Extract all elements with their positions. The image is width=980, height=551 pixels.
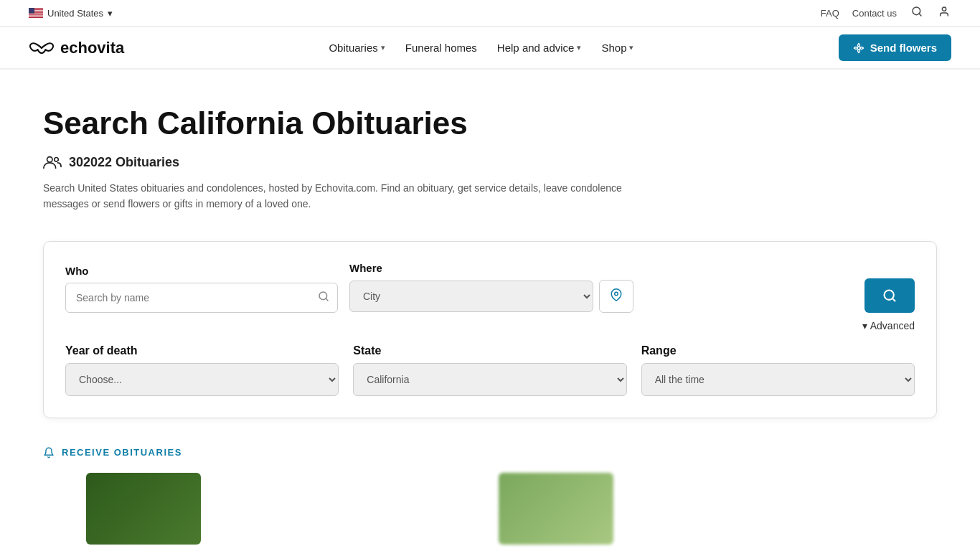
location-button[interactable] — [599, 280, 633, 313]
svg-rect-12 — [29, 17, 43, 18]
svg-rect-8 — [29, 14, 43, 15]
bell-icon — [43, 447, 55, 458]
svg-rect-9 — [29, 15, 43, 16]
svg-rect-10 — [29, 16, 43, 17]
year-select[interactable]: Choose... 20242023202220212020 201920182… — [65, 363, 339, 396]
hero-description: Search United States obituaries and cond… — [43, 180, 660, 212]
top-bar: United States ▾ FAQ Contact us — [0, 0, 980, 27]
count-label: 302022 Obituaries — [69, 155, 179, 170]
us-flag-icon — [29, 8, 43, 18]
svg-point-18 — [47, 157, 52, 162]
location-icon — [610, 288, 623, 301]
state-label: State — [353, 344, 626, 357]
card-2 — [499, 473, 894, 545]
range-label: Range — [641, 344, 915, 357]
card-2-image — [499, 473, 613, 545]
svg-rect-13 — [29, 8, 34, 14]
country-chevron: ▾ — [108, 8, 113, 19]
advanced-chevron: ▾ — [862, 320, 867, 331]
nav-funeral-homes-label: Funeral homes — [405, 42, 477, 54]
page-title: Search California Obituaries — [43, 105, 937, 141]
nav-shop[interactable]: Shop ▾ — [601, 42, 633, 54]
search-button-icon — [882, 288, 897, 303]
faq-link[interactable]: FAQ — [821, 8, 839, 19]
card-1-image — [86, 473, 201, 545]
user-icon — [938, 6, 950, 17]
send-flowers-button[interactable]: Send flowers — [839, 34, 951, 61]
send-flowers-label: Send flowers — [870, 42, 937, 54]
search-name-input[interactable] — [65, 283, 338, 313]
obituary-count: 302022 Obituaries — [43, 154, 937, 170]
main-nav: Obituaries ▾ Funeral homes Help and advi… — [329, 42, 633, 54]
svg-line-15 — [919, 14, 921, 16]
contact-link[interactable]: Contact us — [852, 8, 897, 19]
main-header: echovita Obituaries ▾ Funeral homes Help… — [0, 27, 980, 69]
nav-obituaries-label: Obituaries — [329, 42, 377, 54]
receive-label: RECEIVE OBITUARIES — [62, 447, 182, 458]
advanced-fields: Year of death Choose... 2024202320222021… — [65, 344, 915, 396]
search-box: Who Where City — [43, 241, 937, 418]
svg-point-16 — [942, 7, 946, 11]
city-select-wrap: City — [349, 280, 853, 313]
range-select[interactable]: All the time Last 30 days Last 6 months … — [641, 363, 915, 396]
nav-help[interactable]: Help and advice ▾ — [497, 42, 582, 54]
who-group: Who — [65, 265, 338, 313]
svg-rect-7 — [29, 14, 43, 14]
svg-point-19 — [55, 158, 59, 162]
card-1 — [86, 473, 481, 545]
country-selector[interactable]: United States ▾ — [29, 8, 113, 19]
logo-icon — [29, 39, 55, 57]
country-label: United States — [47, 8, 103, 19]
search-icon-button[interactable] — [910, 4, 924, 22]
svg-line-24 — [892, 298, 895, 301]
search-icon — [911, 6, 923, 17]
nav-funeral-homes[interactable]: Funeral homes — [405, 42, 477, 54]
where-group: Where City — [349, 262, 853, 313]
advanced-toggle[interactable]: ▾ Advanced — [862, 320, 915, 331]
svg-point-22 — [615, 292, 618, 296]
logo[interactable]: echovita — [29, 39, 124, 57]
cards-row — [43, 473, 937, 545]
hero-section: Search California Obituaries 302022 Obit… — [0, 70, 980, 241]
advanced-label: Advanced — [870, 320, 915, 331]
search-button[interactable] — [864, 278, 915, 313]
top-bar-right: FAQ Contact us — [821, 4, 951, 22]
state-select[interactable]: California AlabamaAlaskaArizonaArkansas … — [353, 363, 626, 396]
nav-shop-chevron: ▾ — [629, 43, 633, 52]
nav-help-chevron: ▾ — [577, 43, 581, 52]
users-icon — [43, 154, 62, 170]
user-icon-button[interactable] — [937, 4, 951, 22]
nav-shop-label: Shop — [601, 42, 626, 54]
flower-icon — [853, 42, 864, 54]
nav-help-label: Help and advice — [497, 42, 575, 54]
nav-obituaries-chevron: ▾ — [381, 43, 385, 52]
who-label: Who — [65, 265, 338, 277]
year-label: Year of death — [65, 344, 339, 357]
where-label: Where — [349, 262, 853, 274]
search-main-row: Who Where City — [65, 262, 915, 313]
state-group: State California AlabamaAlaskaArizonaArk… — [353, 344, 626, 396]
city-select[interactable]: City — [349, 281, 593, 312]
receive-obituaries-link[interactable]: RECEIVE OBITUARIES — [43, 447, 937, 458]
name-input-wrap — [65, 283, 338, 313]
receive-section: RECEIVE OBITUARIES — [0, 440, 980, 551]
year-group: Year of death Choose... 2024202320222021… — [65, 344, 339, 396]
logo-text: echovita — [60, 39, 124, 57]
advanced-row: ▾ Advanced — [65, 320, 915, 331]
range-group: Range All the time Last 30 days Last 6 m… — [641, 344, 915, 396]
svg-rect-11 — [29, 17, 43, 17]
nav-obituaries[interactable]: Obituaries ▾ — [329, 42, 385, 54]
